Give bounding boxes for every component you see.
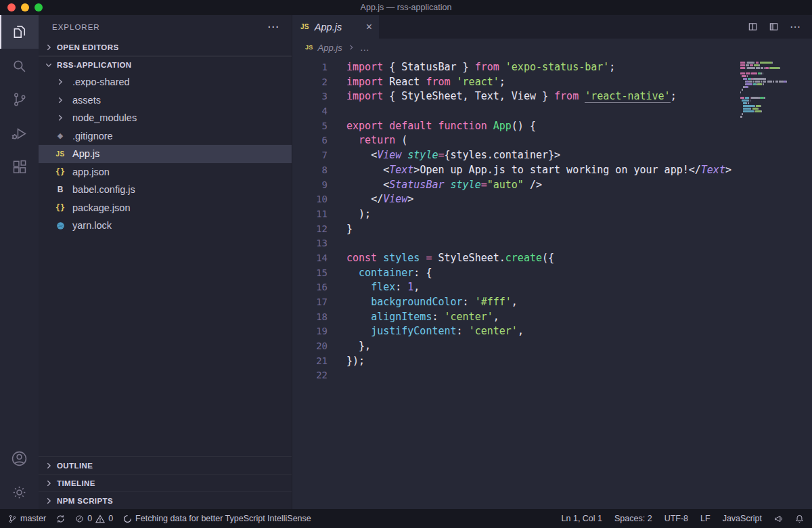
editor-more-actions-button[interactable]: ⋯ <box>790 20 801 33</box>
search-activity-button[interactable] <box>0 49 39 83</box>
code-token: > <box>725 164 731 176</box>
minimap-line <box>740 81 803 83</box>
code-line-7[interactable]: 7 <View style={styles.container}> <box>292 148 812 163</box>
code-line-12[interactable]: 12} <box>292 222 812 237</box>
code-text: }); <box>328 354 365 369</box>
window-controls <box>0 3 43 12</box>
minimap-line <box>740 105 803 107</box>
editor-layout-button[interactable] <box>769 22 779 32</box>
cursor-position-indicator[interactable]: Ln 1, Col 1 <box>562 514 602 523</box>
line-number: 17 <box>292 295 328 310</box>
code-token: View <box>383 193 407 205</box>
intellisense-status[interactable]: Fetching data for better TypeScript Inte… <box>123 514 311 523</box>
minimap-line <box>740 70 803 72</box>
settings-button[interactable] <box>0 475 39 509</box>
chevron-down-icon <box>44 60 53 70</box>
tree-item-app-json[interactable]: {}app.json <box>39 163 292 181</box>
code-line-10[interactable]: 10 </View> <box>292 192 812 207</box>
line-number: 6 <box>292 133 328 148</box>
titlebar: App.js — rss-application <box>0 0 812 15</box>
eol-indicator[interactable]: LF <box>700 514 710 523</box>
timeline-section[interactable]: TIMELINE <box>39 474 292 491</box>
run-debug-activity-button[interactable] <box>0 116 39 150</box>
code-line-18[interactable]: 18 alignItems: 'center', <box>292 310 812 325</box>
code-line-5[interactable]: 5export default function App() { <box>292 119 812 134</box>
code-token: }); <box>346 355 365 367</box>
problems-indicator[interactable]: 0 0 <box>75 514 113 523</box>
code-line-20[interactable]: 20 }, <box>292 339 812 354</box>
workspace-section[interactable]: RSS-APPLICATION <box>39 56 292 73</box>
code-editor[interactable]: 1import { StatusBar } from 'expo-status-… <box>292 56 812 509</box>
tree-item-expo-shared[interactable]: .expo-shared <box>39 73 292 91</box>
tree-item-package-json[interactable]: {}package.json <box>39 199 292 217</box>
open-editors-section[interactable]: OPEN EDITORS <box>39 39 292 56</box>
chevron-right-icon <box>44 461 53 470</box>
tree-item-assets[interactable]: assets <box>39 91 292 110</box>
tree-item-app-js[interactable]: JSApp.js <box>39 145 292 163</box>
status-bar: master 0 0 Fetching data for better Type… <box>0 509 812 528</box>
code-line-15[interactable]: 15 container: { <box>292 266 812 281</box>
tree-item-babel-config-js[interactable]: Bbabel.config.js <box>39 181 292 199</box>
minimap-line <box>740 113 803 115</box>
code-token: create <box>505 252 542 264</box>
code-line-14[interactable]: 14const styles = StyleSheet.create({ <box>292 251 812 266</box>
code-token <box>346 267 359 279</box>
notifications-button[interactable] <box>795 514 804 523</box>
minimap-line <box>740 102 803 104</box>
accounts-button[interactable] <box>0 441 39 475</box>
code-line-1[interactable]: 1import { StatusBar } from 'expo-status-… <box>292 60 812 75</box>
line-number: 5 <box>292 119 328 134</box>
encoding-indicator[interactable]: UTF-8 <box>664 514 688 523</box>
code-line-2[interactable]: 2import React from 'react'; <box>292 75 812 90</box>
code-line-3[interactable]: 3import { StyleSheet, Text, View } from … <box>292 89 812 104</box>
tree-item-yarn-lock[interactable]: yarn.lock <box>39 217 292 235</box>
minimize-window-button[interactable] <box>21 3 29 12</box>
close-window-button[interactable] <box>7 3 16 12</box>
indentation-indicator[interactable]: Spaces: 2 <box>614 514 652 523</box>
npm-scripts-section[interactable]: NPM SCRIPTS <box>39 491 292 509</box>
tree-item-node-modules[interactable]: node_modules <box>39 109 292 127</box>
breadcrumb-symbol[interactable]: … <box>360 42 369 53</box>
code-line-4[interactable]: 4 <box>292 104 812 119</box>
code-token: , <box>512 296 518 308</box>
explorer-icon <box>11 23 28 41</box>
code-line-16[interactable]: 16 flex: 1, <box>292 280 812 295</box>
code-token: : <box>463 296 475 308</box>
git-branch-indicator[interactable]: master <box>8 514 46 523</box>
code-token: : <box>432 311 444 323</box>
zoom-window-button[interactable] <box>35 3 43 12</box>
extensions-activity-button[interactable] <box>0 150 39 184</box>
code-line-19[interactable]: 19 justifyContent: 'center', <box>292 324 812 339</box>
sync-changes-button[interactable] <box>56 514 65 523</box>
code-token <box>346 311 371 323</box>
code-line-11[interactable]: 11 ); <box>292 207 812 222</box>
code-token: Open up App.js to start working on your … <box>420 164 688 176</box>
feedback-button[interactable] <box>774 514 783 523</box>
code-text: import React from 'react'; <box>328 75 505 90</box>
code-line-17[interactable]: 17 backgroundColor: '#fff', <box>292 295 812 310</box>
code-token <box>346 149 371 161</box>
code-token: from <box>426 76 456 88</box>
code-line-13[interactable]: 13 <box>292 236 812 251</box>
code-line-22[interactable]: 22 <box>292 368 812 383</box>
split-editor-button[interactable] <box>748 22 758 32</box>
breadcrumb-file[interactable]: App.js <box>318 43 342 53</box>
code-token: { <box>445 149 451 161</box>
code-line-6[interactable]: 6 return ( <box>292 133 812 148</box>
tab-app-js[interactable]: JS App.js × <box>292 15 379 39</box>
code-line-9[interactable]: 9 <StatusBar style="auto" /> <box>292 178 812 193</box>
minimap[interactable] <box>740 62 803 121</box>
bell-icon <box>795 514 804 523</box>
code-line-21[interactable]: 21}); <box>292 354 812 369</box>
language-mode-indicator[interactable]: JavaScript <box>723 514 762 523</box>
line-number: 15 <box>292 266 328 281</box>
outline-section[interactable]: OUTLINE <box>39 456 292 474</box>
code-line-8[interactable]: 8 <Text>Open up App.js to start working … <box>292 163 812 178</box>
tree-item-gitignore[interactable]: ◆.gitignore <box>39 127 292 146</box>
source-control-activity-button[interactable] <box>0 83 39 116</box>
explorer-activity-button[interactable] <box>0 15 39 49</box>
split-editor-icon <box>748 22 758 32</box>
code-token: '#fff' <box>475 296 512 308</box>
explorer-more-actions-button[interactable]: ⋯ <box>267 24 279 30</box>
close-tab-button[interactable]: × <box>366 21 372 33</box>
